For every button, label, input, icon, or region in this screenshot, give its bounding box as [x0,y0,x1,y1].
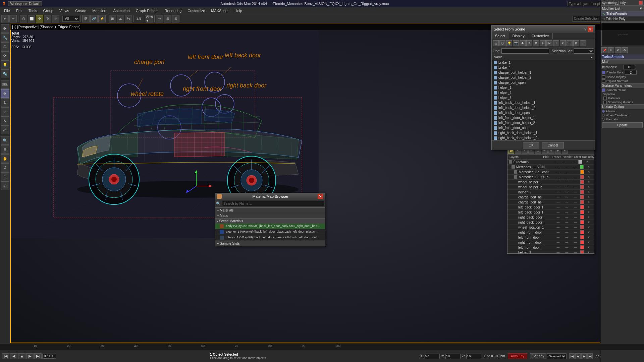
dt-helper-btn[interactable]: ✚ [520,40,526,46]
display-tab[interactable]: Display [509,33,528,39]
utilities-btn[interactable]: 🔩 [1,69,9,78]
menu-help[interactable]: Help [232,8,245,13]
layer-right-front-door-2[interactable]: right_front_door_ — — — ☀ [507,240,594,245]
mod-unique-btn[interactable]: U [608,47,614,53]
arc-rotate[interactable]: ↺ [1,163,9,172]
menu-tools[interactable]: Tools [26,8,40,13]
move-tool[interactable]: ✥ [1,89,9,98]
layer-mercedes-ision[interactable]: Mercedes_...ISION_ — — — ☀ [507,165,594,170]
list-item-lfdh2[interactable]: left_front_door_helper_2 [492,120,595,125]
select-scene-list[interactable]: brake_1 brake_4 charge_port_helper_1 cha… [492,60,595,140]
selection-set-select[interactable] [574,48,594,54]
orbit-tool[interactable]: ◎ [1,181,9,190]
layer-wheel-helper-1[interactable]: wheel_helper_1 — — — ☀ [507,180,594,185]
when-rendering-row[interactable]: When Rendering [601,113,644,117]
customize-tab[interactable]: Customize [528,33,553,39]
list-item-rbdh2[interactable]: right_back_door_helper_2 [492,135,595,140]
z-input[interactable] [466,354,481,359]
dt-none-btn[interactable]: N [546,40,552,46]
update-button[interactable]: Update [602,122,643,128]
dt-bone-btn[interactable]: B [533,40,539,46]
zoom-viewport[interactable]: 🔍 [1,136,9,145]
auto-key-btn[interactable]: Auto Key [508,353,528,359]
mat-browser-titlebar[interactable]: Material/Map Browser ✕ [215,193,325,200]
dt-shape-btn[interactable]: ⬡ [499,40,505,46]
rotate-tool[interactable]: ↻ [1,98,9,107]
explicit-normals-check[interactable] [602,79,605,83]
when-rendering-radio[interactable] [602,114,605,117]
dt-filter-btn[interactable]: ▼ [560,40,566,46]
dt-space-btn[interactable]: S [526,40,532,46]
menu-file[interactable]: File [1,8,13,13]
rotate-button[interactable]: ↻ [44,15,51,22]
materials-check[interactable] [603,97,607,100]
stop-btn[interactable]: ■ [18,353,25,359]
hierarchy-btn[interactable]: ⬡ [1,42,9,51]
create-panel-btn[interactable]: ✤ [1,24,9,33]
mat-browser-close-btn[interactable]: ✕ [318,194,323,199]
dt-light-btn[interactable]: 💡 [506,40,512,46]
mod-pin-btn[interactable]: 📌 [601,47,607,53]
menu-edit[interactable]: Edit [13,8,25,13]
list-item-brake4[interactable]: brake_4 [492,65,595,70]
scale-tool[interactable]: ⤢ [1,107,9,116]
mat-section-maps[interactable]: + Maps [215,213,325,218]
menu-modifiers[interactable]: Modifiers [90,8,110,13]
key-filter-select[interactable]: Selected [547,353,567,359]
mat-section-materials[interactable]: + Materials [215,207,325,213]
menu-group[interactable]: Group [40,8,56,13]
layer-wheel-rotation[interactable]: wheel_rotation_1 — — — ☀ [507,225,594,230]
layer-left-front-door-2[interactable]: left_front_door_ — — — ☀ [507,245,594,250]
set-key-btn[interactable]: Set Key [530,353,546,359]
dt-hier-btn[interactable]: ⊞ [573,40,579,46]
frame-end-btn[interactable]: ▶| [587,353,593,359]
frame-fwd-btn[interactable]: ▶ [581,353,587,359]
layers-list[interactable]: 0 (default) — — — ☀ Mercedes_...ISION_ —… [507,160,594,253]
frame-start-btn[interactable]: |◀ [569,353,575,359]
menu-maxscript[interactable]: MAXScript [208,8,231,13]
align-button[interactable]: ⊟ [164,15,171,22]
cancel-button[interactable]: Cancel [542,142,564,148]
timeline-bar[interactable]: 10 20 30 40 50 60 70 80 90 100 [0,344,644,350]
unlink-button[interactable]: 🔗 [90,15,98,22]
snap-button[interactable]: ⊞ [109,15,116,22]
menu-create[interactable]: Create [72,8,89,13]
workspace-label[interactable]: Workspace: Default [8,1,42,6]
layer-charge-port-hel-1[interactable]: charge_port_hel — — — ☀ [507,195,594,200]
select-scene-close-btn[interactable]: ✕ [588,26,593,32]
layer-right-back-door-1[interactable]: right_back_door_ — — — ☀ [507,215,594,220]
mirror-button[interactable]: ⇔ [156,15,163,22]
mat-section-sample[interactable]: + Sample Slots [215,241,325,246]
layer-left-back-door-2[interactable]: left_back_door_l — — — ☀ [507,210,594,215]
manually-radio[interactable] [602,118,605,121]
zoom-all-btn[interactable]: ⊞ [1,145,9,154]
x-input[interactable] [425,354,440,359]
layer-left-back-door-1[interactable]: left_back_door_l — — — ☀ [507,205,594,210]
select-tool[interactable]: SEL [1,80,9,89]
y-input[interactable] [445,354,461,359]
dt-sort-btn[interactable]: ↕ [580,40,586,46]
list-item-lbdh2[interactable]: left_back_door_helper_2 [492,105,595,110]
mat-section-scene[interactable]: - Scene Materials [215,218,325,224]
layer-right-front-door-1[interactable]: right_front_door_ — — — ☀ [507,230,594,235]
list-item-charge1[interactable]: charge_port_helper_1 [492,70,595,75]
layer-charge-port-hel-2[interactable]: charge_port_hel — — — ☀ [507,200,594,205]
select-button[interactable]: ⬡ [20,15,27,22]
move-button[interactable]: ✥ [36,15,43,22]
layer-wheel-helper-2[interactable]: wheel_helper_2 — — — ☀ [507,185,594,190]
play-back-btn[interactable]: ◀ [10,353,17,359]
list-item-charge2[interactable]: charge_port_helper_2 [492,75,595,80]
layer-mercedes-cont[interactable]: Mercedes_Be...cont — — — ☀ [507,170,594,175]
pan-viewport[interactable]: ✋ [1,154,9,163]
manually-row[interactable]: Manually [601,117,644,121]
render-iters-input[interactable] [625,70,637,75]
menu-animation[interactable]: Animation [111,8,132,13]
iterations-input[interactable] [623,65,635,69]
select-scene-question-btn[interactable]: ? [584,27,586,31]
layer-helper-1[interactable]: helper_1 — — — ☀ [507,250,594,253]
modify-panel-btn[interactable]: 🔧 [1,33,9,42]
smoothing-groups-check[interactable] [603,101,607,104]
smooth-result-check[interactable] [602,88,605,92]
select-tab[interactable]: Select [492,33,509,39]
list-item-brake1[interactable]: brake_1 [492,60,595,65]
